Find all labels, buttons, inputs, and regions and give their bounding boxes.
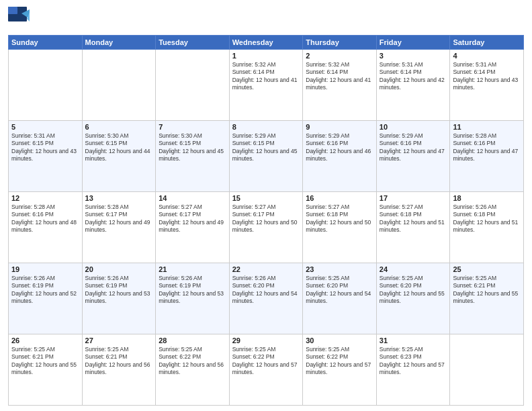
calendar-cell: 14Sunrise: 5:27 AMSunset: 6:17 PMDayligh… bbox=[156, 192, 230, 263]
calendar-cell: 22Sunrise: 5:26 AMSunset: 6:20 PMDayligh… bbox=[229, 263, 303, 334]
cell-info: Sunrise: 5:26 AMSunset: 6:18 PMDaylight:… bbox=[453, 203, 521, 234]
day-number: 29 bbox=[232, 336, 300, 345]
cell-info: Sunrise: 5:25 AMSunset: 6:21 PMDaylight:… bbox=[453, 275, 521, 306]
cell-info: Sunrise: 5:25 AMSunset: 6:20 PMDaylight:… bbox=[306, 275, 373, 306]
cell-info: Sunrise: 5:25 AMSunset: 6:21 PMDaylight:… bbox=[11, 346, 79, 377]
day-number: 9 bbox=[306, 123, 373, 131]
day-number: 3 bbox=[380, 52, 447, 60]
calendar-header-row: SundayMondayTuesdayWednesdayThursdayFrid… bbox=[9, 36, 524, 50]
logo bbox=[8, 7, 31, 32]
day-number: 18 bbox=[453, 194, 521, 202]
cell-info: Sunrise: 5:28 AMSunset: 6:16 PMDaylight:… bbox=[453, 132, 521, 163]
cell-info: Sunrise: 5:32 AMSunset: 6:14 PMDaylight:… bbox=[232, 61, 300, 92]
calendar-cell: 26Sunrise: 5:25 AMSunset: 6:21 PMDayligh… bbox=[9, 334, 83, 406]
calendar-cell: 20Sunrise: 5:26 AMSunset: 6:19 PMDayligh… bbox=[82, 263, 156, 334]
calendar-cell: 24Sunrise: 5:25 AMSunset: 6:20 PMDayligh… bbox=[376, 263, 450, 334]
cell-info: Sunrise: 5:28 AMSunset: 6:17 PMDaylight:… bbox=[85, 203, 153, 234]
calendar-cell: 27Sunrise: 5:25 AMSunset: 6:21 PMDayligh… bbox=[82, 334, 156, 406]
cell-info: Sunrise: 5:25 AMSunset: 6:22 PMDaylight:… bbox=[232, 346, 300, 377]
day-number: 20 bbox=[85, 265, 153, 273]
calendar-cell bbox=[9, 50, 83, 121]
calendar-cell: 23Sunrise: 5:25 AMSunset: 6:20 PMDayligh… bbox=[303, 263, 377, 334]
calendar-cell: 10Sunrise: 5:29 AMSunset: 6:16 PMDayligh… bbox=[376, 121, 450, 192]
cell-info: Sunrise: 5:26 AMSunset: 6:19 PMDaylight:… bbox=[11, 275, 79, 306]
day-number: 4 bbox=[453, 52, 521, 60]
calendar-cell: 15Sunrise: 5:27 AMSunset: 6:17 PMDayligh… bbox=[229, 192, 303, 263]
day-number: 30 bbox=[306, 336, 373, 345]
day-number: 17 bbox=[380, 194, 447, 202]
calendar-cell: 11Sunrise: 5:28 AMSunset: 6:16 PMDayligh… bbox=[450, 121, 524, 192]
day-number: 8 bbox=[232, 123, 300, 131]
cell-info: Sunrise: 5:29 AMSunset: 6:16 PMDaylight:… bbox=[306, 132, 373, 163]
calendar-cell: 4Sunrise: 5:31 AMSunset: 6:14 PMDaylight… bbox=[450, 50, 524, 121]
calendar-cell: 28Sunrise: 5:25 AMSunset: 6:22 PMDayligh… bbox=[156, 334, 230, 406]
calendar-cell: 1Sunrise: 5:32 AMSunset: 6:14 PMDaylight… bbox=[229, 50, 303, 121]
day-number: 13 bbox=[85, 194, 153, 202]
day-header-sunday: Sunday bbox=[9, 36, 83, 50]
logo-icon bbox=[8, 7, 30, 32]
cell-info: Sunrise: 5:25 AMSunset: 6:22 PMDaylight:… bbox=[306, 346, 373, 377]
calendar-cell: 13Sunrise: 5:28 AMSunset: 6:17 PMDayligh… bbox=[82, 192, 156, 263]
calendar-cell: 19Sunrise: 5:26 AMSunset: 6:19 PMDayligh… bbox=[9, 263, 83, 334]
day-number: 12 bbox=[11, 194, 79, 202]
cell-info: Sunrise: 5:31 AMSunset: 6:14 PMDaylight:… bbox=[380, 61, 447, 92]
day-number: 10 bbox=[380, 123, 447, 131]
day-number: 2 bbox=[306, 52, 373, 60]
calendar-cell: 3Sunrise: 5:31 AMSunset: 6:14 PMDaylight… bbox=[376, 50, 450, 121]
calendar-week-row: 5Sunrise: 5:31 AMSunset: 6:15 PMDaylight… bbox=[9, 121, 524, 192]
day-number: 26 bbox=[11, 336, 79, 345]
day-number: 25 bbox=[453, 265, 521, 273]
calendar-cell: 16Sunrise: 5:27 AMSunset: 6:18 PMDayligh… bbox=[303, 192, 377, 263]
day-number: 15 bbox=[232, 194, 300, 202]
cell-info: Sunrise: 5:31 AMSunset: 6:14 PMDaylight:… bbox=[453, 61, 521, 92]
calendar-cell bbox=[82, 50, 156, 121]
day-number: 24 bbox=[380, 265, 447, 273]
cell-info: Sunrise: 5:27 AMSunset: 6:17 PMDaylight:… bbox=[159, 203, 226, 234]
calendar-cell: 5Sunrise: 5:31 AMSunset: 6:15 PMDaylight… bbox=[9, 121, 83, 192]
header bbox=[8, 7, 524, 32]
day-number: 27 bbox=[85, 336, 153, 345]
cell-info: Sunrise: 5:25 AMSunset: 6:22 PMDaylight:… bbox=[159, 346, 226, 377]
day-number: 23 bbox=[306, 265, 373, 273]
day-number: 1 bbox=[232, 52, 300, 60]
day-number: 28 bbox=[159, 336, 226, 345]
day-number: 19 bbox=[11, 265, 79, 273]
cell-info: Sunrise: 5:31 AMSunset: 6:15 PMDaylight:… bbox=[11, 132, 79, 163]
cell-info: Sunrise: 5:30 AMSunset: 6:15 PMDaylight:… bbox=[159, 132, 226, 163]
day-number: 11 bbox=[453, 123, 521, 131]
day-number: 6 bbox=[85, 123, 153, 131]
cell-info: Sunrise: 5:29 AMSunset: 6:16 PMDaylight:… bbox=[380, 132, 447, 163]
cell-info: Sunrise: 5:32 AMSunset: 6:14 PMDaylight:… bbox=[306, 61, 373, 92]
day-number: 14 bbox=[159, 194, 226, 202]
day-header-tuesday: Tuesday bbox=[156, 36, 230, 50]
cell-info: Sunrise: 5:25 AMSunset: 6:23 PMDaylight:… bbox=[380, 346, 447, 377]
day-number: 5 bbox=[11, 123, 79, 131]
calendar-cell bbox=[450, 334, 524, 406]
calendar-cell: 9Sunrise: 5:29 AMSunset: 6:16 PMDaylight… bbox=[303, 121, 377, 192]
calendar-cell: 17Sunrise: 5:27 AMSunset: 6:18 PMDayligh… bbox=[376, 192, 450, 263]
calendar-cell bbox=[156, 50, 230, 121]
calendar-cell: 25Sunrise: 5:25 AMSunset: 6:21 PMDayligh… bbox=[450, 263, 524, 334]
calendar-week-row: 12Sunrise: 5:28 AMSunset: 6:16 PMDayligh… bbox=[9, 192, 524, 263]
cell-info: Sunrise: 5:26 AMSunset: 6:19 PMDaylight:… bbox=[159, 275, 226, 306]
page: SundayMondayTuesdayWednesdayThursdayFrid… bbox=[0, 0, 532, 411]
calendar-cell: 6Sunrise: 5:30 AMSunset: 6:15 PMDaylight… bbox=[82, 121, 156, 192]
day-header-wednesday: Wednesday bbox=[229, 36, 303, 50]
cell-info: Sunrise: 5:25 AMSunset: 6:21 PMDaylight:… bbox=[85, 346, 153, 377]
svg-rect-1 bbox=[8, 7, 17, 14]
calendar-cell: 30Sunrise: 5:25 AMSunset: 6:22 PMDayligh… bbox=[303, 334, 377, 406]
day-header-thursday: Thursday bbox=[303, 36, 377, 50]
day-number: 7 bbox=[159, 123, 226, 131]
calendar-cell: 21Sunrise: 5:26 AMSunset: 6:19 PMDayligh… bbox=[156, 263, 230, 334]
day-header-monday: Monday bbox=[82, 36, 156, 50]
day-number: 31 bbox=[380, 336, 447, 345]
calendar-week-row: 1Sunrise: 5:32 AMSunset: 6:14 PMDaylight… bbox=[9, 50, 524, 121]
calendar-cell: 12Sunrise: 5:28 AMSunset: 6:16 PMDayligh… bbox=[9, 192, 83, 263]
day-header-friday: Friday bbox=[376, 36, 450, 50]
cell-info: Sunrise: 5:27 AMSunset: 6:18 PMDaylight:… bbox=[380, 203, 447, 234]
calendar-cell: 7Sunrise: 5:30 AMSunset: 6:15 PMDaylight… bbox=[156, 121, 230, 192]
day-number: 22 bbox=[232, 265, 300, 273]
calendar-cell: 31Sunrise: 5:25 AMSunset: 6:23 PMDayligh… bbox=[376, 334, 450, 406]
calendar-week-row: 26Sunrise: 5:25 AMSunset: 6:21 PMDayligh… bbox=[9, 334, 524, 406]
cell-info: Sunrise: 5:27 AMSunset: 6:17 PMDaylight:… bbox=[232, 203, 300, 234]
